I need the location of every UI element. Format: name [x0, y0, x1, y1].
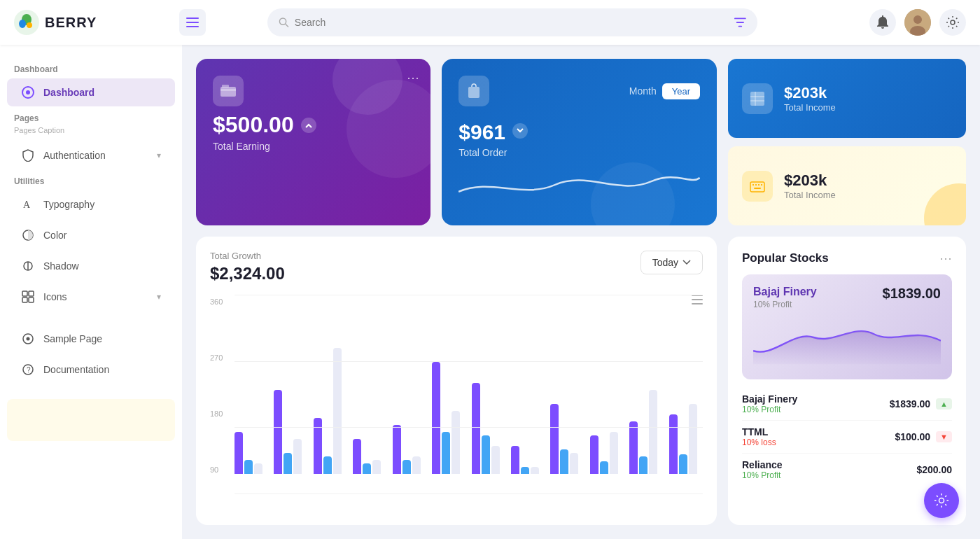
total-order-label: Total Order: [458, 147, 700, 158]
dashboard-icon: [21, 85, 35, 99]
svg-rect-30: [220, 87, 236, 97]
bar-blue: [442, 432, 450, 474]
svg-rect-25: [29, 298, 34, 302]
sidebar-item-dashboard[interactable]: Dashboard: [7, 78, 175, 106]
featured-stock-area: Bajaj Finery 10% Profit $1839.00: [742, 274, 952, 379]
svg-point-7: [279, 18, 286, 24]
featured-stock-price: $1839.00: [883, 286, 941, 302]
svg-rect-42: [755, 184, 757, 186]
income-icon-wrap-yellow: [742, 171, 773, 202]
svg-point-27: [27, 337, 30, 341]
bar-light: [293, 439, 302, 474]
bar-blue: [560, 449, 568, 474]
shadow-icon: [21, 259, 35, 273]
income-blue-amount: $203k: [784, 84, 836, 102]
chevron-down-icon: [682, 260, 691, 265]
fab-button[interactable]: [924, 483, 959, 518]
featured-stock-chart: [753, 309, 941, 365]
bar-blue: [600, 461, 608, 474]
bar-group-11: [629, 390, 663, 474]
svg-rect-45: [754, 188, 761, 189]
svg-rect-31: [220, 89, 236, 91]
hamburger-button[interactable]: [179, 9, 206, 36]
wave-svg: [458, 164, 700, 206]
order-icon-wrap: [458, 76, 489, 106]
stock-change-2: 10% loss: [742, 438, 776, 447]
bar-group-1: [234, 432, 268, 474]
svg-rect-34: [468, 87, 479, 98]
header-right: [869, 9, 966, 36]
popular-stocks-card: Popular Stocks ⋯ Bajaj Finery 10% Profit…: [728, 237, 966, 525]
sidebar-item-sample[interactable]: Sample Page: [7, 325, 175, 353]
bar-light: [610, 432, 618, 474]
settings-button[interactable]: [939, 9, 966, 36]
gear-icon: [946, 16, 959, 29]
chart-header: Total Growth $2,324.00 Today: [210, 251, 703, 284]
bar-purple: [314, 418, 322, 474]
bottom-row: Total Growth $2,324.00 Today: [196, 237, 966, 525]
growth-chart-card: Total Growth $2,324.00 Today: [196, 237, 717, 525]
y-label-270: 270: [210, 354, 223, 362]
y-label-180: 180: [210, 410, 223, 418]
sidebar-item-authentication[interactable]: Authentication ▾: [7, 141, 175, 169]
svg-rect-10: [736, 22, 744, 23]
svg-rect-32: [222, 85, 229, 88]
wallet-icon-wrap: [213, 76, 244, 106]
auth-icon: [21, 148, 35, 162]
svg-point-3: [27, 22, 32, 28]
month-tab-label: Month: [629, 85, 657, 97]
income-blue-label: Total Income: [784, 102, 836, 113]
keyboard-icon: [750, 178, 765, 194]
svg-point-17: [26, 90, 30, 94]
bar-purple: [669, 414, 678, 474]
wallet-icon: [220, 85, 236, 97]
svg-text:A: A: [23, 200, 31, 210]
svg-rect-43: [758, 184, 760, 186]
bar-light: [531, 467, 539, 474]
logo-icon: [14, 10, 39, 35]
search-input[interactable]: [295, 17, 729, 28]
stock-change-1: 10% Profit: [742, 405, 797, 414]
sidebar-item-icons[interactable]: Icons ▾: [7, 283, 175, 311]
bar-blue: [679, 454, 687, 474]
svg-rect-4: [186, 18, 199, 19]
stock-price-2: $100.00: [895, 431, 931, 442]
search-icon: [279, 17, 289, 28]
sidebar-item-typography[interactable]: A Typography: [7, 190, 175, 218]
sidebar-item-shadow[interactable]: Shadow: [7, 252, 175, 280]
notification-button[interactable]: [869, 9, 896, 36]
svg-rect-40: [750, 182, 764, 192]
user-avatar: [904, 9, 931, 36]
sidebar-item-docs[interactable]: ? Documentation: [7, 356, 175, 384]
logo: BERRY: [14, 10, 168, 35]
main-layout: Dashboard Dashboard Pages Pages Caption …: [0, 45, 980, 539]
list-item: Reliance 10% Profit $200.00: [742, 454, 952, 486]
sidebar: Dashboard Dashboard Pages Pages Caption …: [0, 45, 182, 539]
bar-group-2: [274, 390, 307, 474]
bar-light: [254, 463, 262, 474]
bar-group-12: [669, 404, 703, 474]
sidebar-item-color[interactable]: Color: [7, 221, 175, 249]
stock-name-2: TTML: [742, 426, 776, 438]
card-more-button[interactable]: ⋯: [407, 70, 419, 85]
bar-blue: [482, 435, 490, 474]
income-yellow-label: Total Income: [784, 190, 836, 200]
stocks-more-button[interactable]: ⋯: [939, 251, 952, 266]
avatar[interactable]: [904, 9, 931, 36]
stock-change-3: 10% Profit: [742, 470, 783, 480]
bar-group-3: [314, 348, 347, 474]
total-earning-amount: $500.00: [213, 112, 294, 138]
svg-point-15: [951, 20, 955, 24]
filter-icon[interactable]: [734, 17, 746, 28]
bar-purple: [432, 362, 440, 474]
year-tab[interactable]: Year: [662, 83, 700, 99]
bar-purple: [629, 421, 638, 474]
svg-rect-9: [734, 18, 746, 19]
bar-group-8: [511, 446, 545, 474]
today-filter-button[interactable]: Today: [640, 251, 703, 274]
color-icon: [21, 228, 35, 242]
svg-rect-11: [738, 26, 743, 27]
stock-name-1: Bajaj Finery: [742, 393, 797, 405]
shopping-icon: [467, 83, 481, 99]
svg-text:?: ?: [27, 366, 31, 374]
